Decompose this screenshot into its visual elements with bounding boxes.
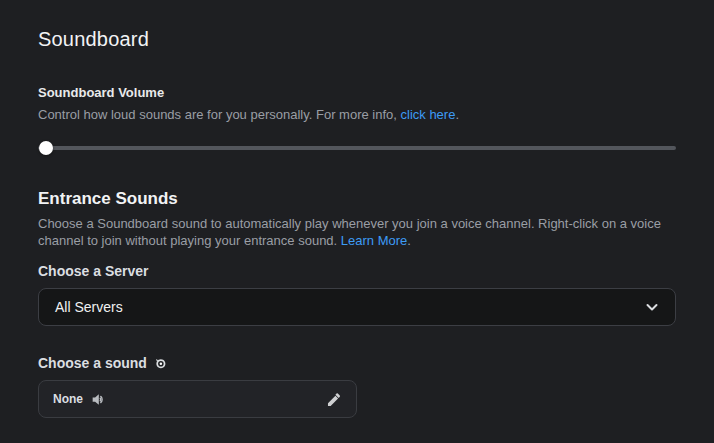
entrance-description-period: . xyxy=(407,233,411,248)
entrance-sounds-section: Entrance Sounds Choose a Soundboard soun… xyxy=(38,189,676,418)
volume-description-period: . xyxy=(455,107,459,122)
choose-sound-label: Choose a sound xyxy=(38,355,676,371)
choose-server-label: Choose a Server xyxy=(38,263,676,279)
sound-picker: None xyxy=(38,380,357,418)
edit-sound-button[interactable] xyxy=(323,389,344,410)
eye-icon[interactable] xyxy=(153,356,168,371)
entrance-sounds-description: Choose a Soundboard sound to automatical… xyxy=(38,215,670,249)
chevron-down-icon xyxy=(643,298,661,316)
entrance-sounds-title: Entrance Sounds xyxy=(38,189,676,209)
volume-label: Soundboard Volume xyxy=(38,85,676,100)
volume-section: Soundboard Volume Control how loud sound… xyxy=(38,85,676,155)
volume-slider-track[interactable] xyxy=(38,146,676,150)
volume-description: Control how loud sounds are for you pers… xyxy=(38,106,676,123)
volume-slider-thumb[interactable] xyxy=(39,141,53,155)
learn-more-link[interactable]: Learn More xyxy=(341,233,407,248)
click-here-link[interactable]: click here xyxy=(401,107,456,122)
page-title: Soundboard xyxy=(38,28,676,51)
server-select-value: All Servers xyxy=(55,299,123,315)
soundboard-settings-panel: Soundboard Soundboard Volume Control how… xyxy=(0,0,714,418)
sound-preview-button[interactable]: None xyxy=(53,391,323,408)
choose-sound-label-text: Choose a sound xyxy=(38,355,147,371)
choose-server-label-text: Choose a Server xyxy=(38,263,149,279)
volume-description-text: Control how loud sounds are for you pers… xyxy=(38,107,401,122)
sound-value: None xyxy=(53,392,83,406)
pencil-icon xyxy=(325,391,342,408)
server-select-dropdown[interactable]: All Servers xyxy=(38,288,676,326)
volume-slider[interactable] xyxy=(38,141,676,155)
speaker-icon xyxy=(90,391,107,408)
